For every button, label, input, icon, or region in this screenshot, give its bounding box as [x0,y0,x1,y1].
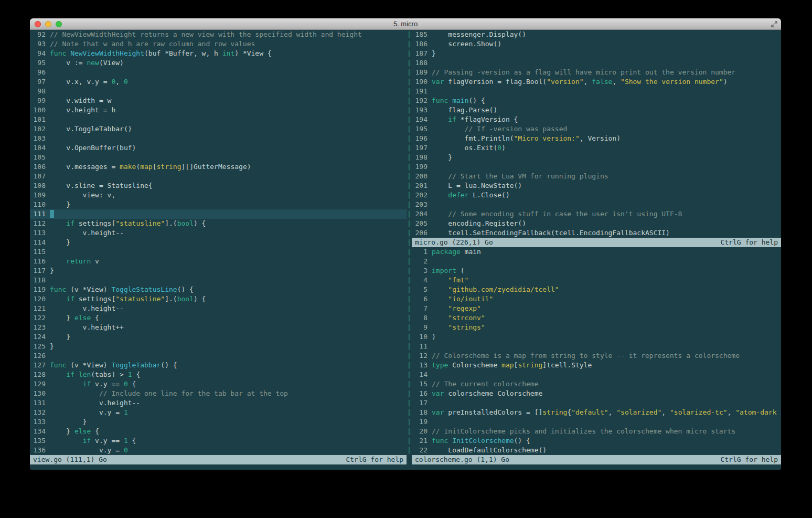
line-number: 122 [30,313,50,323]
line-number: 186 [412,39,432,49]
code-line: 130 // Include one line for the tab bar … [30,389,407,398]
line-number: 2 [412,257,432,266]
code-line: 134 } else { [30,427,407,436]
pane-divider[interactable]: ||||||||||||||||||||||||||||||||||||||||… [407,30,412,464]
fullscreen-resize-icon[interactable] [771,20,778,28]
line-number: 196 [412,134,432,143]
line-number: 108 [30,181,50,191]
line-number: 4 [412,276,432,285]
line-number: 94 [30,49,50,58]
code-line: 108 v.sline = Statusline{ [30,181,407,191]
line-number: 16 [412,389,432,398]
line-number: 22 [412,446,432,455]
code-line: 191 [412,87,781,96]
code-line: 106 v.messages = make(map[string][]Gutte… [30,162,407,172]
line-number: 192 [412,96,432,105]
line-number: 126 [30,351,50,361]
line-number: 112 [30,219,50,228]
code-line: 126 [30,351,407,361]
line-number: 187 [412,49,432,58]
code-line: 15// The current colorscheme [412,379,781,389]
code-line: 93// Note that w and h are raw column an… [30,39,407,49]
line-number: 110 [30,200,50,209]
line-number: 6 [412,294,432,304]
line-number: 95 [30,58,50,68]
status-help-hint: CtrlG for help [346,455,403,464]
code-line: 105 [30,153,407,162]
line-number: 7 [412,304,432,313]
code-line: 124 } [30,332,407,342]
status-file-info: colorscheme.go (1,1) Go [415,455,509,464]
line-number: 203 [412,200,432,209]
code-line: 13type Colorscheme map[string]tcell.Styl… [412,361,781,370]
line-number: 130 [30,389,50,398]
code-line: 9 "strings" [412,323,781,332]
code-line: 102 v.ToggleTabbar() [30,124,407,134]
code-line: 22 LoadDefaultColorscheme() [412,446,781,455]
line-number: 1 [412,247,432,257]
line-number: 96 [30,68,50,77]
code-line: 193 flag.Parse() [412,105,781,115]
text-cursor [50,210,54,218]
line-number: 13 [412,361,432,370]
code-line: 119func (v *View) ToggleStatusLine() { [30,285,407,294]
left-split: 92// NewViewWidthHeight returns a new vi… [30,30,407,464]
statusbar-micro-go: micro.go (226,1) Go CtrlG for help [412,238,781,247]
pane-micro-go[interactable]: 185 messenger.Display()186 screen.Show()… [412,30,781,238]
code-line: 109 view: v, [30,191,407,200]
traffic-lights [35,18,62,29]
line-number: 98 [30,87,50,96]
code-line: 112 if settings["statusline"].(bool) { [30,219,407,228]
code-line: 206 tcell.SetEncodingFallback(tcell.Enco… [412,228,781,238]
line-number: 117 [30,266,50,276]
code-line: 92// NewViewWidthHeight returns a new vi… [30,30,407,39]
terminal-window: 5. micro 92// NewViewWidthHeight returns… [30,18,781,470]
line-number: 11 [412,342,432,351]
line-number: 19 [412,417,432,427]
code-line: 14 [412,370,781,379]
line-number: 204 [412,209,432,219]
line-number: 8 [412,313,432,323]
line-number: 113 [30,228,50,238]
code-line: 4 "fmt" [412,276,781,285]
line-number: 3 [412,266,432,276]
line-number: 193 [412,105,432,115]
line-number: 131 [30,398,50,408]
zoom-button[interactable] [56,21,62,27]
line-number: 97 [30,77,50,87]
code-line: 188 [412,58,781,68]
code-line: 136 v.y = 0 [30,446,407,455]
code-line: 132 v.y = 1 [30,408,407,417]
window-title: 5. micro [30,20,781,28]
line-number: 136 [30,446,50,455]
code-line: 2 [412,257,781,266]
line-number: 9 [412,323,432,332]
code-line: 101 [30,115,407,124]
title-bar[interactable]: 5. micro [30,18,781,30]
line-number: 188 [412,58,432,68]
line-number: 93 [30,39,50,49]
code-line: 186 screen.Show() [412,39,781,49]
line-number: 199 [412,162,432,172]
line-number: 123 [30,323,50,332]
line-number: 104 [30,143,50,153]
code-line: 16var colorscheme Colorscheme [412,389,781,398]
code-line: 21func InitColorscheme() { [412,436,781,446]
line-number: 119 [30,285,50,294]
line-number: 10 [412,332,432,342]
line-number: 133 [30,417,50,427]
code-line: 94func NewViewWidthHeight(buf *Buffer, w… [30,49,407,58]
pane-colorscheme-go[interactable]: 1package main23import (4 "fmt"5 "github.… [412,247,781,455]
statusbar-colorscheme-go: colorscheme.go (1,1) Go CtrlG for help [412,455,781,464]
close-button[interactable] [35,21,41,27]
code-line: 20// InitColorscheme picks and initializ… [412,427,781,436]
code-line: 190var flagVersion = flag.Bool("version"… [412,77,781,87]
minimize-button[interactable] [45,21,51,27]
line-number: 103 [30,134,50,143]
code-line: 11 [412,342,781,351]
line-number: 99 [30,96,50,105]
pane-view-go[interactable]: 92// NewViewWidthHeight returns a new vi… [30,30,407,455]
code-line: 113 v.height-- [30,228,407,238]
line-number: 107 [30,172,50,181]
code-line: 10) [412,332,781,342]
